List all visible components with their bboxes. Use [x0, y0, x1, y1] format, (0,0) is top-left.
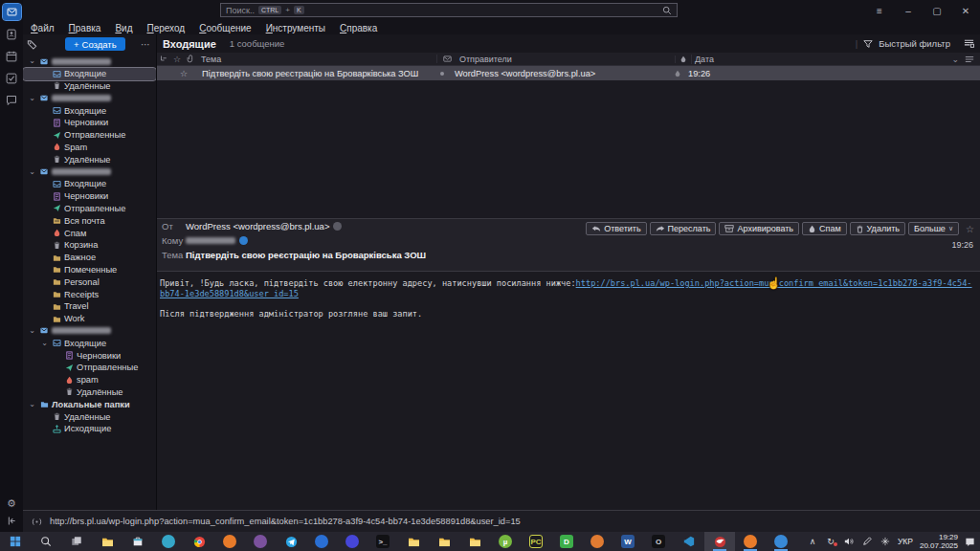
app-menu-button[interactable]: ≡ [865, 0, 894, 21]
firefox-icon[interactable] [214, 532, 245, 551]
folder-account-row[interactable]: ⌄ [23, 55, 156, 68]
folder-row[interactable]: spam [23, 374, 156, 386]
start-icon[interactable] [0, 532, 31, 551]
folder-row[interactable]: Входящие [23, 68, 156, 80]
star-message-icon[interactable]: ☆ [966, 224, 974, 234]
folder-row[interactable]: Receipts [23, 288, 156, 300]
folder-account-row[interactable]: ⌄ [23, 165, 156, 178]
utorrent-icon[interactable]: µ [490, 532, 521, 551]
folder-row[interactable]: Спам [23, 227, 156, 239]
folder-row[interactable]: Исходящие [23, 423, 156, 435]
column-picker-icon[interactable] [965, 55, 974, 64]
attachment-column-icon[interactable] [184, 55, 197, 63]
chevron-down-icon[interactable]: ⌄ [28, 169, 36, 175]
folder-row[interactable]: Важное [23, 252, 156, 264]
folder-row[interactable]: Входящие [23, 104, 156, 117]
tray-language[interactable]: УКР [898, 537, 913, 546]
menu-переход[interactable]: Переход [146, 23, 185, 33]
firefox-window-icon[interactable] [735, 532, 766, 551]
star-column-icon[interactable]: ☆ [170, 55, 184, 64]
folder-account-row[interactable]: ⌄ [23, 325, 156, 338]
folder-window-icon[interactable] [459, 532, 490, 551]
folder-row[interactable]: Черновики [23, 190, 156, 203]
folder-row[interactable]: Черновики [23, 117, 156, 129]
folder-row[interactable]: Удалённые [23, 410, 156, 423]
store-icon[interactable] [122, 532, 153, 551]
folder-row[interactable]: Входящие [23, 178, 156, 190]
folder-row[interactable]: Work [23, 313, 156, 325]
quick-filter-label[interactable]: Быстрый фильтр [879, 38, 950, 49]
tray-volume-icon[interactable] [843, 537, 855, 546]
больше-button[interactable]: Больше∨ [908, 222, 959, 235]
search-icon[interactable] [31, 532, 61, 551]
menu-файл[interactable]: Файл [31, 23, 55, 33]
folder-row[interactable]: Удалённые [23, 386, 156, 399]
column-subject[interactable]: Тема [197, 55, 436, 64]
star-icon[interactable]: ☆ [170, 69, 197, 78]
close-button[interactable]: ✕ [951, 0, 980, 21]
tasks-space-icon[interactable] [3, 70, 21, 86]
terminal-icon[interactable]: >_ [368, 532, 398, 551]
chevron-down-icon[interactable]: ⌄ [40, 341, 49, 346]
addressbook-space-icon[interactable] [3, 26, 21, 42]
folder-window-icon[interactable] [429, 532, 459, 551]
collapse-spaces-icon[interactable] [7, 516, 17, 526]
thunderbird-icon[interactable] [704, 532, 735, 551]
edge-icon[interactable] [153, 532, 184, 551]
read-column-icon[interactable] [436, 55, 457, 63]
folder-row[interactable]: Отправленные [23, 362, 156, 374]
notification-center-icon[interactable] [965, 537, 975, 547]
zen-browser-icon[interactable] [582, 532, 612, 551]
folder-row[interactable]: Spam [23, 142, 156, 154]
folder-row[interactable]: Personal [23, 276, 156, 288]
chevron-down-icon[interactable]: ⌄ [28, 402, 36, 408]
settings-gear-icon[interactable]: ⚙ [7, 497, 16, 510]
tray-pen-icon[interactable] [861, 537, 873, 546]
folder-row[interactable]: Travel [23, 300, 156, 313]
pc-terminal-icon[interactable]: PC [521, 532, 551, 551]
app-blue-sphere-icon[interactable] [306, 532, 337, 551]
folder-row[interactable]: Удалённые [23, 153, 156, 165]
viber-icon[interactable] [245, 532, 276, 551]
read-status-dot[interactable] [433, 72, 452, 76]
quick-filter-icon[interactable] [863, 39, 873, 49]
chat-space-icon[interactable] [3, 92, 21, 108]
chevron-down-icon[interactable]: ⌄ [951, 55, 959, 64]
tray-sync-icon[interactable]: ↻ [825, 537, 836, 546]
folder-row[interactable]: ⌄Входящие [23, 337, 156, 349]
message-list-display-icon[interactable] [964, 38, 974, 49]
архивировать-button[interactable]: Архивировать [719, 222, 799, 235]
chrome-icon[interactable] [184, 532, 214, 551]
junk-column-icon[interactable] [675, 55, 691, 63]
minimize-button[interactable]: – [894, 0, 923, 21]
calendar-space-icon[interactable] [3, 48, 21, 64]
chevron-down-icon[interactable]: ⌄ [28, 328, 36, 334]
vscode-icon[interactable] [674, 532, 704, 551]
folder-account-row[interactable]: ⌄ [23, 92, 156, 104]
ответить-button[interactable]: Ответить [586, 222, 646, 235]
taskview-icon[interactable] [61, 532, 92, 551]
word-icon[interactable]: W [612, 532, 643, 551]
menu-сообщение[interactable]: Сообщение [199, 23, 251, 33]
удалить-button[interactable]: Удалить [850, 222, 905, 235]
global-search-input[interactable]: Поиск.. CTRL + K [220, 3, 678, 17]
menu-правка[interactable]: Правка [69, 23, 101, 33]
chevron-down-icon[interactable]: ⌄ [28, 96, 36, 101]
folder-row[interactable]: Помеченные [23, 264, 156, 276]
tray-clock[interactable]: 19:29 20.07.2025 [920, 533, 958, 550]
folder-pane-more-icon[interactable]: ⋯ [141, 39, 152, 50]
menu-инструменты[interactable]: Инструменты [266, 23, 325, 33]
explorer-icon[interactable] [92, 532, 122, 551]
thunderbird-blue-icon[interactable] [766, 532, 796, 551]
folder-row[interactable]: Удалённые [23, 80, 156, 93]
спам-button[interactable]: Спам [802, 222, 847, 235]
tray-network-icon[interactable] [880, 537, 891, 546]
column-sender[interactable]: Отправители [457, 55, 675, 64]
message-list-row[interactable]: ☆ Підтвердіть свою реєстрацію на Броварк… [157, 66, 980, 80]
mail-space-icon[interactable] [3, 4, 21, 20]
junk-status-icon[interactable] [670, 70, 685, 77]
folder-row[interactable]: Отправленные [23, 203, 156, 215]
app-dark-ring-icon[interactable]: O [643, 532, 674, 551]
confirmation-link-wrap[interactable]: bb74-1e3de58891d8&user_id=15 [160, 289, 299, 298]
folder-row[interactable]: Вся почта [23, 214, 156, 227]
